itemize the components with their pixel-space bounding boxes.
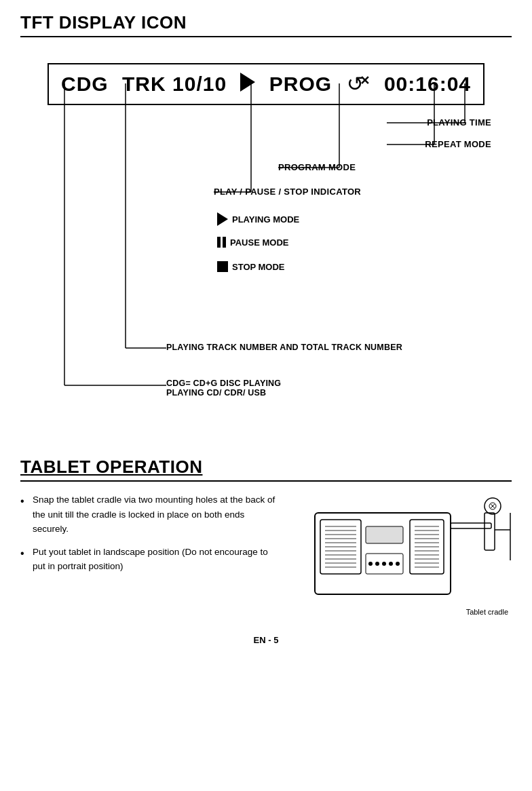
tablet-section-title: TABLET OPERATION	[20, 457, 512, 482]
playing-mode-container: PLAYING MODE	[217, 212, 299, 226]
track-number-label: PLAYING TRACK NUMBER AND TOTAL TRACK NUM…	[166, 343, 402, 352]
playing-mode-label: PLAYING MODE	[232, 214, 299, 225]
svg-point-26	[368, 562, 373, 566]
svg-point-30	[396, 562, 400, 566]
tablet-image-container: Tablet cradle	[294, 493, 512, 615]
pause-bar-2	[223, 237, 226, 248]
cradle-illustration: Tablet cradle	[294, 493, 512, 615]
svg-point-27	[375, 562, 379, 566]
svg-rect-45	[484, 513, 495, 550]
tablet-bullet-2: Put yout tablet in landscape position (D…	[20, 545, 281, 574]
playing-time-label: PLAYING TIME	[427, 117, 491, 128]
pause-mode-icon	[217, 237, 226, 248]
tablet-bullets: Snap the tablet cradle via two mounting …	[20, 493, 281, 574]
playing-mode-icon	[217, 212, 228, 226]
display-cdg: CDG	[61, 73, 109, 96]
cradle-label: Tablet cradle	[466, 608, 508, 616]
stop-mode-container: STOP MODE	[217, 261, 285, 272]
tablet-text: Snap the tablet cradle via two mounting …	[20, 493, 281, 582]
cdg-label: CDG= CD+G DISC PLAYING PLAYING CD/ CDR/ …	[166, 379, 281, 398]
pause-mode-container: PAUSE MODE	[217, 237, 288, 248]
svg-point-28	[382, 562, 386, 566]
play-indicator	[240, 73, 255, 96]
svg-point-29	[389, 562, 393, 566]
repeat-arrow-icon: ↻	[346, 74, 364, 94]
display-box: CDG TRK 10/10 PROG ↻ ✕ 00:16:04	[48, 63, 484, 105]
display-prog: PROG	[269, 73, 332, 96]
display-trk: TRK 10/10	[122, 73, 227, 96]
cradle-svg	[294, 493, 512, 611]
repeat-mode-label: REPEAT MODE	[425, 139, 491, 149]
pause-mode-label: PAUSE MODE	[230, 237, 288, 248]
tablet-bullet-1: Snap the tablet cradle via two mounting …	[20, 493, 281, 537]
tft-section-title: TFT DISPLAY ICON	[20, 12, 512, 37]
tablet-content: Snap the tablet cradle via two mounting …	[20, 493, 512, 615]
pause-bar-1	[217, 237, 221, 248]
svg-rect-44	[451, 523, 491, 528]
cdg-line2: PLAYING CD/ CDR/ USB	[166, 388, 281, 398]
page-number: EN - 5	[254, 635, 279, 645]
play-triangle-icon	[240, 73, 255, 92]
program-mode-label: PROGRAM MODE	[278, 162, 356, 172]
cdg-line1: CDG= CD+G DISC PLAYING	[166, 379, 281, 388]
tft-section: TFT DISPLAY ICON CDG TRK 10/10 PROG ↻ ✕ …	[20, 12, 512, 443]
diagram-area: CDG TRK 10/10 PROG ↻ ✕ 00:16:04	[20, 50, 512, 443]
play-pause-stop-label: PLAY / PAUSE / STOP INDICATOR	[214, 187, 361, 197]
repeat-icon-container: ↻ ✕	[346, 74, 370, 94]
stop-mode-icon	[217, 261, 228, 272]
stop-mode-label: STOP MODE	[232, 262, 285, 272]
display-time: 00:16:04	[384, 73, 471, 96]
page-footer: EN - 5	[20, 635, 512, 645]
svg-rect-31	[366, 526, 403, 543]
tablet-section: TABLET OPERATION Snap the tablet cradle …	[20, 457, 512, 615]
display-box-container: CDG TRK 10/10 PROG ↻ ✕ 00:16:04	[34, 63, 498, 105]
page: TFT DISPLAY ICON CDG TRK 10/10 PROG ↻ ✕ …	[0, 0, 532, 791]
